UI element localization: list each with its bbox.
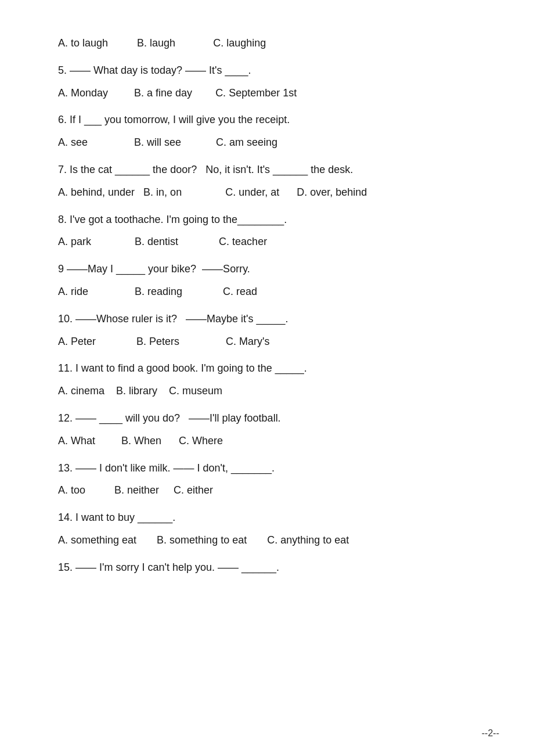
options-11-line: A. cinema B. library C. museum (58, 383, 488, 399)
question-13-line: 13. —— I don't like milk. —— I don't, __… (58, 460, 488, 477)
page-number: --2-- (482, 728, 499, 739)
question-14-line: 14. I want to buy ______. (58, 509, 488, 526)
question-9-line: 9 ——May I _____ your bike? ——Sorry. (58, 261, 488, 278)
question-10-line: 10. ——Whose ruler is it? ——Maybe it's __… (58, 311, 488, 327)
options-9-line: A. ride B. reading C. read (58, 283, 488, 300)
question-8-line: 8. I've got a toothache. I'm going to th… (58, 211, 488, 228)
question-5-line: 5. —— What day is today? —— It's ____. (58, 62, 488, 79)
options-8-line: A. park B. dentist C. teacher (58, 233, 488, 250)
question-block-11: 11. I want to find a good book. I'm goin… (58, 360, 488, 399)
options-5-line: A. Monday B. a fine day C. September 1st (58, 85, 488, 102)
question-block-7: 7. Is the cat ______ the door? No, it is… (58, 161, 488, 201)
question-block-15: 15. —— I'm sorry I can't help you. —— __… (58, 559, 488, 576)
question-12-line: 12. —— ____ will you do? ——I'll play foo… (58, 410, 488, 427)
question-block-options-1: A. to laugh B. laugh C. laughing (58, 35, 488, 52)
options-13-line: A. too B. neither C. either (58, 482, 488, 499)
question-block-9: 9 ——May I _____ your bike? ——Sorry. A. r… (58, 261, 488, 300)
options-line: A. to laugh B. laugh C. laughing (58, 35, 488, 52)
question-block-14: 14. I want to buy ______. A. something e… (58, 509, 488, 549)
question-6-line: 6. If I ___ you tomorrow, I will give yo… (58, 111, 488, 128)
question-7-line: 7. Is the cat ______ the door? No, it is… (58, 161, 488, 178)
options-10-line: A. Peter B. Peters C. Mary's (58, 333, 488, 350)
question-block-12: 12. —— ____ will you do? ——I'll play foo… (58, 410, 488, 449)
options-14-line: A. something eat B. something to eat C. … (58, 532, 488, 549)
question-15-line: 15. —— I'm sorry I can't help you. —— __… (58, 559, 488, 576)
options-12-line: A. What B. When C. Where (58, 433, 488, 449)
question-block-8: 8. I've got a toothache. I'm going to th… (58, 211, 488, 251)
question-block-10: 10. ——Whose ruler is it? ——Maybe it's __… (58, 311, 488, 350)
question-11-line: 11. I want to find a good book. I'm goin… (58, 360, 488, 377)
question-block-5: 5. —— What day is today? —— It's ____. A… (58, 62, 488, 102)
options-7-line: A. behind, under B. in, on C. under, at … (58, 184, 488, 201)
question-block-6: 6. If I ___ you tomorrow, I will give yo… (58, 111, 488, 151)
question-block-13: 13. —— I don't like milk. —— I don't, __… (58, 460, 488, 499)
options-6-line: A. see B. will see C. am seeing (58, 134, 488, 151)
